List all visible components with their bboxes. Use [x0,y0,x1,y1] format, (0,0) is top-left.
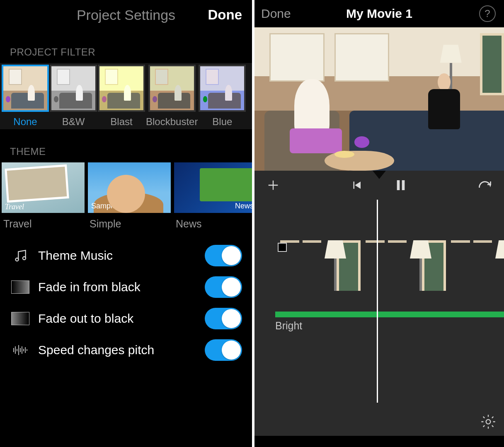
add-media-button[interactable] [266,178,280,192]
setting-label: Fade in from black [38,280,205,294]
settings-title: Project Settings [77,7,175,23]
audio-track[interactable] [275,312,504,317]
svg-point-4 [486,420,491,424]
setting-label: Speed changes pitch [38,343,205,357]
filter-thumb-bw[interactable] [50,65,97,112]
filter-blast[interactable]: Blast [98,65,145,128]
setting-fade-in: Fade in from black [10,271,242,303]
theme-news[interactable]: News News [174,162,252,230]
settings-header: Project Settings Done [0,0,252,30]
theme-corner-label: News [235,202,252,210]
help-button[interactable]: ? [479,5,496,22]
filter-bw[interactable]: B&W [50,65,97,128]
toggle-theme-music[interactable] [205,245,242,266]
filter-strip[interactable]: None B&W Blast Blockbuster Blue [0,63,252,129]
music-icon [10,247,31,264]
svg-rect-2 [397,180,400,190]
theme-thumb-news[interactable]: News [174,162,252,213]
filter-label: B&W [62,116,85,128]
setting-fade-out: Fade out to black [10,303,242,334]
theme-corner-label: Sample [91,202,116,210]
setting-label: Theme Music [38,249,205,263]
filter-blue[interactable]: Blue [199,65,246,128]
theme-simple[interactable]: Sample Simple [88,162,171,230]
video-track[interactable] [275,240,504,291]
video-preview[interactable] [254,27,504,171]
filter-thumb-none[interactable] [2,65,49,112]
clip-start-marker-icon [278,243,287,252]
done-button[interactable]: Done [208,7,242,23]
theme-title: News [174,218,202,230]
editor-done-button[interactable]: Done [261,7,291,21]
waveform-icon [10,342,31,358]
theme-strip[interactable]: Travel Travel Sample Simple News News [0,162,252,230]
setting-speed-pitch: Speed changes pitch [10,334,242,366]
toggle-fade-out[interactable] [205,308,242,329]
theme-corner-label: Travel [5,203,24,211]
project-title: My Movie 1 [346,7,412,21]
section-project-filter: PROJECT FILTER [0,30,252,63]
playhead-line[interactable] [377,200,378,403]
editor-screen: Done My Movie 1 ? [252,0,504,447]
editor-header: Done My Movie 1 ? [254,0,504,27]
theme-travel[interactable]: Travel Travel [2,162,85,230]
clip-thumb[interactable] [361,240,446,291]
setting-label: Fade out to black [38,312,205,326]
svg-point-1 [23,257,26,260]
pause-button[interactable] [394,178,407,193]
theme-thumb-travel[interactable]: Travel [2,162,85,213]
filter-label: Blue [212,116,232,128]
previous-button[interactable] [350,179,363,191]
settings-toggle-list: Theme Music Fade in from black Fade out … [0,230,252,366]
setting-theme-music: Theme Music [10,240,242,271]
playhead-marker-icon [373,171,386,179]
project-settings-screen: Project Settings Done PROJECT FILTER Non… [0,0,252,447]
filter-thumb-blast[interactable] [98,65,145,112]
toggle-fade-in[interactable] [205,276,242,298]
fade-out-icon [10,310,31,327]
audio-track-label: Bright [275,320,302,332]
theme-thumb-simple[interactable]: Sample [88,162,171,213]
clip-thumb[interactable] [275,240,361,291]
filter-blockbuster[interactable]: Blockbuster [146,65,198,128]
filter-thumb-blockbuster[interactable] [148,65,196,112]
timeline[interactable]: Bright [254,200,504,436]
fade-in-icon [10,279,31,295]
filter-label: Blast [110,116,132,128]
preview-frame [254,27,504,171]
toggle-speed-pitch[interactable] [205,339,242,361]
filter-label: Blockbuster [146,116,198,128]
theme-title: Travel [2,218,32,230]
theme-title: Simple [88,218,121,230]
svg-point-0 [15,258,18,261]
filter-thumb-blue[interactable] [199,65,246,112]
filter-label: None [13,116,37,128]
clip-thumb[interactable] [446,240,504,291]
svg-rect-3 [402,180,405,190]
undo-button[interactable] [477,179,492,191]
section-theme: THEME [0,129,252,162]
settings-gear-button[interactable] [480,413,497,430]
filter-none[interactable]: None [2,65,49,128]
